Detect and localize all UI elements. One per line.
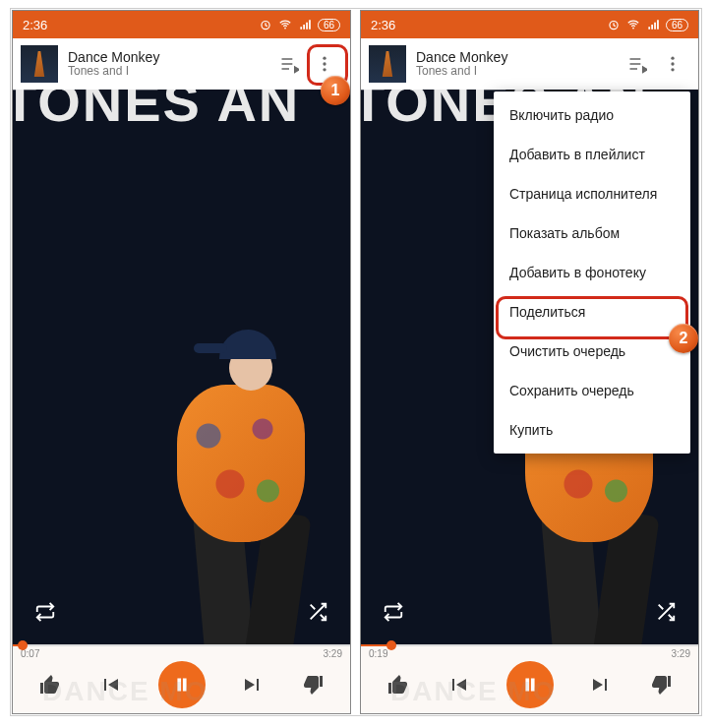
previous-button[interactable] [98,673,122,697]
status-time: 2:36 [371,18,395,32]
wifi-icon [626,18,640,31]
more-button[interactable] [655,46,690,82]
track-title: Dance Monkey [68,50,271,65]
player-footer: 0:07 3:29 DANCE MO [13,644,350,713]
next-button[interactable] [241,673,265,697]
track-artist: Tones and I [68,65,271,78]
svg-point-6 [632,28,634,30]
menu-item-artist-page[interactable]: Страница исполнителя [494,174,690,213]
progress-bar[interactable] [13,644,350,646]
svg-point-7 [671,57,674,60]
phone-screenshot-right: 2:36 66 Dance Monkey Tones and I TONES A [360,10,699,714]
status-bar: 2:36 66 [361,11,698,38]
status-icons: 66 [259,18,340,31]
menu-item-clear-queue[interactable]: Очистить очередь [494,332,690,371]
status-icons: 66 [607,18,688,31]
track-title: Dance Monkey [416,50,620,65]
thumbs-down-button[interactable] [649,673,673,697]
album-thumbnail[interactable] [21,45,58,83]
callout-badge-2: 2 [669,324,698,353]
player-toolbar: Dance Monkey Tones and I [361,38,698,90]
queue-button[interactable] [620,46,655,82]
repeat-button[interactable] [383,601,404,627]
wifi-icon [278,18,292,31]
status-bar: 2:36 66 [13,11,350,38]
track-meta[interactable]: Dance Monkey Tones and I [416,50,620,79]
thumbs-down-button[interactable] [301,673,325,697]
alarm-icon [259,18,272,31]
pause-button[interactable] [506,661,554,708]
player-footer: 0:19 3:29 DANCE MO [361,644,698,713]
menu-item-add-playlist[interactable]: Добавить в плейлист [494,135,690,174]
thumbs-up-button[interactable] [386,673,410,697]
album-thumbnail[interactable] [369,45,406,83]
time-elapsed: 0:19 [369,648,387,659]
menu-item-buy[interactable]: Купить [494,410,690,450]
menu-item-add-library[interactable]: Добавить в фонотеку [494,253,690,292]
thumbs-up-button[interactable] [38,673,62,697]
svg-point-1 [284,28,286,30]
menu-item-save-queue[interactable]: Сохранить очередь [494,371,690,410]
menu-item-show-album[interactable]: Показать альбом [494,213,690,253]
pause-button[interactable] [158,661,206,708]
shuffle-button[interactable] [655,601,677,627]
menu-item-radio[interactable]: Включить радио [494,95,690,135]
svg-point-3 [323,62,326,65]
menu-item-share[interactable]: Поделиться [494,292,690,332]
alarm-icon [607,18,621,31]
phone-screenshot-left: 2:36 66 Dance Monkey Tones and I TONES A [12,10,351,714]
svg-point-9 [671,68,674,71]
svg-point-8 [671,62,674,65]
album-cover[interactable]: TONES AN [13,90,350,644]
track-artist: Tones and I [416,65,620,78]
callout-badge-1: 1 [321,76,350,105]
shuffle-button[interactable] [307,601,328,627]
track-meta[interactable]: Dance Monkey Tones and I [68,50,271,79]
previous-button[interactable] [446,673,470,697]
signal-icon [646,18,660,31]
more-menu-dropdown: Включить радио Добавить в плейлист Стран… [494,91,690,454]
progress-bar[interactable] [361,644,698,646]
svg-point-2 [323,57,326,60]
battery-indicator: 66 [318,19,340,31]
player-toolbar: Dance Monkey Tones and I [13,38,350,90]
queue-button[interactable] [271,46,307,82]
svg-point-4 [323,68,326,71]
next-button[interactable] [589,673,613,697]
status-time: 2:36 [23,18,47,32]
comparison-frame: 2:36 66 Dance Monkey Tones and I TONES A [10,8,702,716]
cover-band-text: TONES AN [13,90,300,134]
time-total: 3:29 [324,648,342,659]
signal-icon [298,18,312,31]
time-total: 3:29 [672,648,690,659]
repeat-button[interactable] [34,601,56,627]
battery-indicator: 66 [666,19,688,31]
